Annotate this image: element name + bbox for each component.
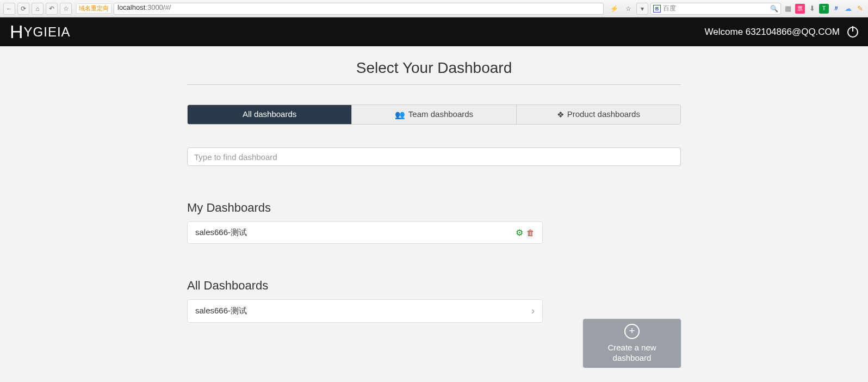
app-logo[interactable]: HYGIEIA [10, 21, 71, 42]
header-right: Welcome 632104866@QQ.COM [705, 27, 858, 38]
tab-product-dashboards[interactable]: ❖Product dashboards [516, 105, 680, 124]
ext-icon-3[interactable]: ☁ [843, 4, 853, 14]
shield-icon[interactable]: T [819, 4, 829, 14]
ext-icon-4[interactable]: ✎ [855, 4, 865, 14]
dashboard-name: sales666-测试 [195, 227, 247, 238]
create-dashboard-button[interactable]: + Create a new dashboard [583, 319, 681, 368]
baidu-icon: B [653, 5, 661, 13]
plus-circle-icon: + [624, 324, 640, 339]
lightning-icon[interactable]: ⚡ [608, 3, 620, 15]
logout-icon[interactable] [847, 27, 858, 38]
title-divider [187, 84, 681, 85]
star-icon[interactable]: ☆ [622, 3, 634, 15]
tab-team-dashboards[interactable]: 👥Team dashboards [351, 105, 516, 124]
tab-label: Team dashboards [408, 109, 473, 119]
dashboard-actions: ⚙ 🗑 [516, 227, 535, 238]
my-dashboards-heading: My Dashboards [187, 201, 543, 215]
chevron-right-icon: › [531, 305, 535, 317]
trash-icon[interactable]: 🗑 [526, 228, 535, 237]
main-container: Select Your Dashboard All dashboards 👥Te… [187, 46, 681, 368]
dashboard-name: sales666-测试 [195, 306, 247, 316]
ext-icon-2[interactable]: 〃 [831, 4, 841, 14]
page-title: Select Your Dashboard [187, 59, 681, 77]
cubes-icon: ❖ [557, 110, 564, 120]
tab-label: All dashboards [243, 109, 296, 119]
address-bar[interactable]: localhost:3000/#/ [114, 3, 604, 15]
home-button[interactable]: ⌂ [32, 3, 44, 15]
all-dashboards-heading: All Dashboards [187, 279, 543, 293]
undo-button[interactable]: ↶ [46, 3, 58, 15]
create-card-line2: dashboard [613, 353, 652, 363]
app-header: HYGIEIA Welcome 632104866@QQ.COM [0, 17, 868, 46]
dropdown-button[interactable]: ▾ [636, 3, 648, 15]
gear-icon[interactable]: ⚙ [516, 227, 523, 238]
dashboard-search-input[interactable] [187, 147, 681, 166]
search-icon: 🔍 [770, 5, 778, 13]
grid-icon[interactable]: ▦ [783, 4, 793, 14]
back-button[interactable]: ← [3, 3, 15, 15]
tab-label: Product dashboards [567, 109, 640, 119]
reload-button[interactable]: ⟳ [17, 3, 29, 15]
ext-icon-1[interactable]: 票 [795, 4, 805, 14]
download-icon[interactable]: ⬇ [807, 4, 817, 14]
dashboard-tabs: All dashboards 👥Team dashboards ❖Product… [187, 104, 681, 125]
redirect-badge: 域名重定向 [76, 3, 111, 14]
url-host: localhost [117, 3, 145, 11]
users-icon: 👥 [395, 110, 405, 120]
all-dashboard-item[interactable]: sales666-测试 › [187, 299, 543, 323]
tab-all-dashboards[interactable]: All dashboards [188, 105, 351, 124]
url-rest: :3000/#/ [145, 3, 171, 11]
welcome-text: Welcome 632104866@QQ.COM [705, 27, 840, 38]
my-dashboard-item[interactable]: sales666-测试 ⚙ 🗑 [187, 221, 543, 244]
browser-toolbar: ← ⟳ ⌂ ↶ ☆ 域名重定向 localhost:3000/#/ ⚡ ☆ ▾ … [0, 0, 868, 17]
bookmark-star-button[interactable]: ☆ [60, 3, 72, 15]
browser-search-box[interactable]: B 百度 🔍 [650, 3, 781, 15]
create-card-line1: Create a new [607, 342, 656, 353]
browser-search-placeholder: 百度 [663, 4, 676, 13]
